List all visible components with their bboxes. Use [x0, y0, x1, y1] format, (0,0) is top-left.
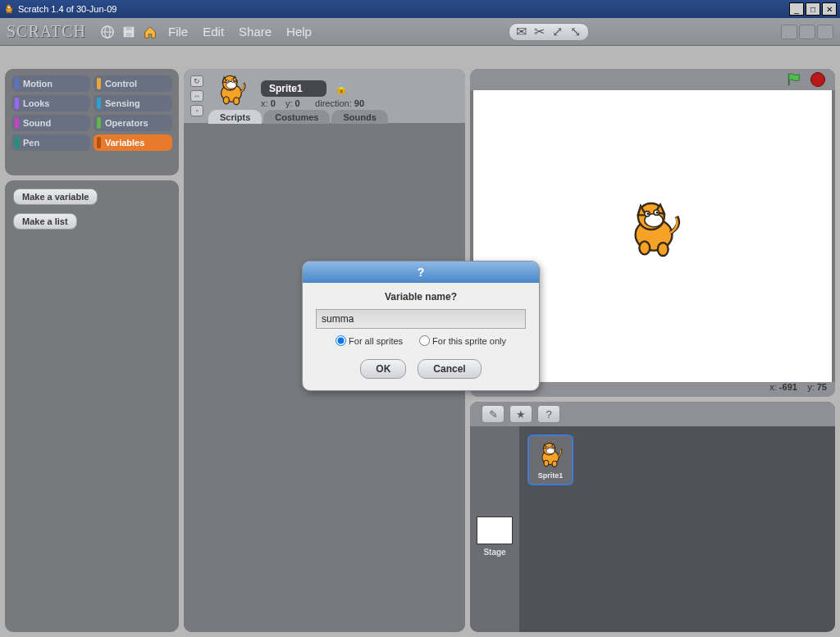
maximize-button[interactable]: □: [806, 2, 820, 16]
cancel-button[interactable]: Cancel: [418, 359, 481, 379]
category-operators[interactable]: Operators: [94, 115, 172, 131]
make-list-button[interactable]: Make a list: [13, 213, 77, 230]
sprites-panel: ✎ ★ ? Stage Sprite1: [470, 402, 835, 632]
stage-thumbnail-label: Stage: [483, 548, 505, 557]
rotation-none-icon[interactable]: ▫: [190, 105, 203, 116]
choose-sprite-file-icon[interactable]: ★: [509, 405, 532, 423]
tab-sounds[interactable]: Sounds: [331, 110, 387, 124]
variable-name-dialog: ? Variable name? For all sprites For thi…: [302, 261, 540, 391]
shrink-icon[interactable]: ⤡: [568, 25, 583, 39]
stage-header: [470, 69, 835, 90]
category-control-label: Control: [105, 79, 137, 89]
menu-edit[interactable]: Edit: [203, 25, 224, 39]
dialog-title: ?: [303, 262, 539, 283]
sprite-name-field[interactable]: Sprite1: [261, 80, 326, 97]
variable-scope-options: For all sprites For this sprite only: [336, 335, 506, 346]
category-variables[interactable]: Variables: [94, 134, 172, 151]
grow-icon[interactable]: ⤢: [550, 25, 565, 39]
palette-column: Motion Control Looks Sensing Sound Opera…: [5, 69, 179, 632]
green-flag-icon[interactable]: [786, 72, 802, 87]
sprite-coords: x: 0 y: 0 direction: 90: [261, 98, 364, 108]
ok-button[interactable]: OK: [360, 359, 406, 379]
rotation-style-controls: ↻ ↔ ▫: [190, 75, 207, 116]
current-sprite-icon: [210, 72, 253, 108]
category-looks[interactable]: Looks: [11, 95, 90, 111]
variable-name-input[interactable]: [316, 309, 526, 329]
sprite-list-body: Stage Sprite1: [470, 426, 835, 632]
sprite-thumbnail-sprite1[interactable]: Sprite1: [527, 435, 573, 485]
category-motion[interactable]: Motion: [11, 75, 90, 92]
sprite-header: ↻ ↔ ▫ Sprite1 🔒 x: 0 y: 0 d: [184, 69, 465, 123]
get-surprise-sprite-icon[interactable]: ?: [537, 405, 560, 423]
category-operators-label: Operators: [105, 118, 148, 128]
menu-file[interactable]: File: [168, 25, 188, 39]
view-presentation[interactable]: [817, 25, 833, 39]
sprite-thumbnail-label: Sprite1: [538, 471, 564, 480]
category-variables-label: Variables: [105, 138, 144, 148]
window-titlebar: Scratch 1.4 of 30-Jun-09 _ □ ✕: [0, 0, 840, 18]
close-button[interactable]: ✕: [822, 2, 837, 16]
scratch-logo: SCRATCH: [7, 22, 86, 41]
save-icon[interactable]: [121, 24, 137, 40]
category-sound[interactable]: Sound: [11, 115, 90, 131]
radio-this-sprite[interactable]: For this sprite only: [419, 335, 506, 346]
lock-icon[interactable]: 🔒: [335, 82, 348, 94]
category-control[interactable]: Control: [94, 75, 172, 92]
category-pen-label: Pen: [23, 138, 39, 148]
language-icon[interactable]: [99, 24, 116, 40]
category-motion-label: Motion: [23, 79, 52, 89]
view-small-stage[interactable]: [781, 25, 797, 39]
rotation-rotate-icon[interactable]: ↻: [190, 75, 203, 87]
stage-thumbnail[interactable]: [477, 516, 513, 544]
view-mode-buttons: [781, 25, 833, 39]
paint-new-sprite-icon[interactable]: ✎: [482, 405, 504, 423]
make-variable-button[interactable]: Make a variable: [13, 189, 98, 205]
stage-sprite-cat[interactable]: [621, 197, 687, 262]
menu-help[interactable]: Help: [286, 25, 312, 39]
cut-icon[interactable]: ✂: [532, 25, 547, 39]
category-sensing-label: Sensing: [105, 98, 140, 108]
minimize-button[interactable]: _: [789, 2, 804, 16]
new-sprite-toolbar: ✎ ★ ?: [470, 402, 835, 426]
tab-costumes[interactable]: Costumes: [263, 110, 330, 124]
app-icon: [3, 3, 15, 15]
category-sound-label: Sound: [23, 118, 51, 128]
stop-button[interactable]: [810, 72, 825, 87]
category-panel: Motion Control Looks Sensing Sound Opera…: [5, 69, 179, 175]
view-normal-stage[interactable]: [799, 25, 815, 39]
editor-tabs: Scripts Costumes Sounds: [208, 110, 388, 124]
category-sensing[interactable]: Sensing: [94, 95, 172, 111]
rotation-leftright-icon[interactable]: ↔: [190, 90, 203, 102]
sprite-list: Sprite1: [519, 426, 835, 632]
radio-all-sprites[interactable]: For all sprites: [336, 335, 403, 346]
main-toolbar: SCRATCH File Edit Share Help ✉ ✂ ⤢ ⤡: [0, 18, 840, 46]
menu-share[interactable]: Share: [239, 25, 272, 39]
category-looks-label: Looks: [23, 98, 49, 108]
window-title: Scratch 1.4 of 30-Jun-09: [18, 4, 116, 14]
share-home-icon[interactable]: [142, 24, 158, 40]
stage-thumb-column: Stage: [470, 426, 519, 632]
category-pen[interactable]: Pen: [11, 134, 90, 151]
stage-tools: ✉ ✂ ⤢ ⤡: [509, 23, 589, 41]
dialog-prompt: Variable name?: [385, 291, 457, 303]
tab-scripts[interactable]: Scripts: [208, 110, 262, 124]
block-palette: Make a variable Make a list: [5, 180, 179, 632]
stamp-icon[interactable]: ✉: [514, 25, 529, 39]
